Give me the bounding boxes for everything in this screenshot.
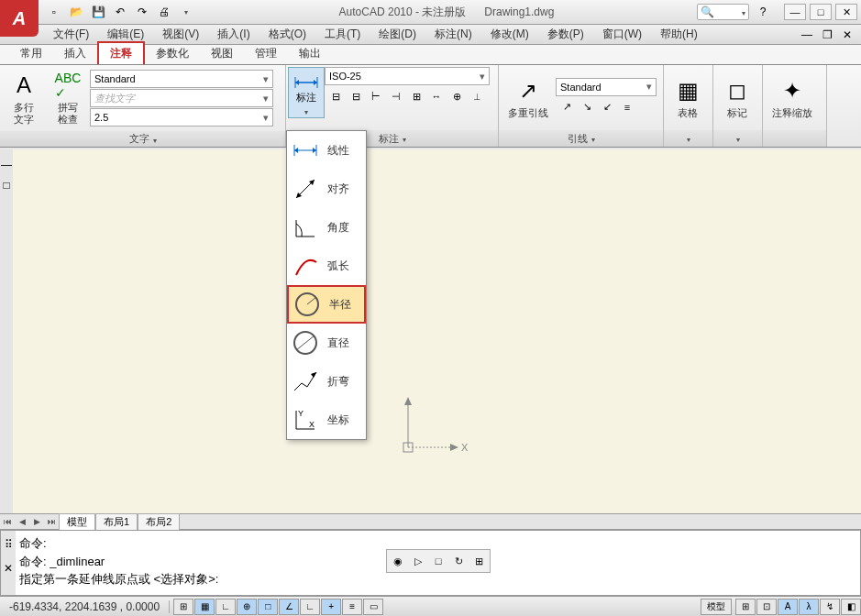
find-text-input[interactable]: 查找文字 — [90, 89, 273, 107]
open-icon[interactable]: 📂 — [66, 3, 86, 21]
tab-insert[interactable]: 插入 — [53, 43, 97, 64]
anno-scale-button[interactable]: ✦ 注释缩放 — [765, 72, 820, 123]
sb-btn-1[interactable]: ⊞ — [735, 599, 756, 615]
sb-btn-4[interactable]: λ — [799, 599, 819, 615]
dim-btn-8[interactable]: ⟂ — [468, 87, 486, 105]
nav-btn-5[interactable]: ⊞ — [469, 552, 488, 570]
sb-btn-3[interactable]: A — [778, 599, 798, 615]
ducs-button[interactable]: ∟ — [300, 599, 320, 615]
otrack-button[interactable]: ∠ — [279, 599, 299, 615]
help-icon[interactable]: ? — [753, 3, 773, 21]
nav-btn-3[interactable]: □ — [429, 552, 447, 570]
dd-arc[interactable]: 弧长 — [287, 247, 366, 285]
menu-window[interactable]: 窗口(W) — [593, 24, 651, 45]
tab-parametric[interactable]: 参数化 — [145, 43, 200, 64]
dim-btn-5[interactable]: ⊞ — [407, 87, 425, 105]
menu-view[interactable]: 视图(V) — [153, 24, 208, 45]
dd-angular[interactable]: 角度 — [287, 208, 366, 247]
leader-btn-1[interactable]: ↗ — [557, 98, 576, 116]
dim-style-combo[interactable]: ISO-25 — [325, 67, 490, 85]
dd-diameter[interactable]: 直径 — [287, 324, 366, 362]
search-dropdown[interactable] — [742, 6, 745, 18]
command-area[interactable]: ⠿ ✕ 命令: 命令: _dimlinear 指定第一条延伸线原点或 <选择对象… — [0, 530, 861, 596]
dd-linear[interactable]: 线性 — [287, 131, 366, 170]
mleader-button[interactable]: ↗ 多重引线 — [501, 72, 556, 123]
sb-btn-5[interactable]: ↯ — [820, 599, 840, 615]
nav-btn-1[interactable]: ◉ — [389, 552, 407, 570]
table-button[interactable]: ▦ 表格 — [666, 72, 710, 123]
tab-layout1[interactable]: 布局1 — [95, 513, 138, 531]
text-style-combo[interactable]: Standard — [90, 70, 273, 88]
qat-dropdown[interactable] — [176, 3, 196, 21]
menu-format[interactable]: 格式(O) — [259, 24, 315, 45]
lt-first[interactable]: ⏮ — [0, 514, 15, 529]
menu-tools[interactable]: 工具(T) — [315, 24, 370, 45]
minimize-button[interactable]: — — [784, 4, 806, 20]
leader-style-combo[interactable]: Standard — [556, 78, 657, 96]
menu-modify[interactable]: 修改(M) — [481, 24, 538, 45]
new-icon[interactable]: ▫ — [44, 3, 64, 21]
markup-button[interactable]: ◻ 标记 — [715, 72, 759, 123]
dim-btn-1[interactable]: ⊟ — [326, 87, 345, 105]
coordinates[interactable]: -619.4334, 2204.1639 , 0.0000 — [0, 600, 170, 613]
dyn-button[interactable]: + — [321, 599, 341, 615]
grid-button[interactable]: ▦ — [194, 599, 215, 615]
dim-dropdown-button[interactable]: 标注 — [288, 67, 325, 118]
dim-btn-7[interactable]: ⊕ — [447, 87, 466, 105]
tab-manage[interactable]: 管理 — [244, 43, 288, 64]
ortho-button[interactable]: ∟ — [215, 599, 236, 615]
tab-home[interactable]: 常用 — [9, 43, 53, 64]
lt-prev[interactable]: ◀ — [15, 514, 29, 529]
menu-dimension[interactable]: 标注(N) — [425, 24, 481, 45]
close-button[interactable]: ✕ — [835, 4, 857, 20]
search-group[interactable]: 🔍 — [697, 4, 749, 20]
dim-btn-6[interactable]: ↔ — [427, 87, 446, 105]
doc-minimize-button[interactable]: — — [797, 26, 817, 44]
panel-text-footer[interactable]: 文字 — [0, 131, 285, 147]
doc-restore-button[interactable]: ❐ — [817, 26, 837, 44]
sb-btn-2[interactable]: ⊡ — [756, 599, 777, 615]
menu-help[interactable]: 帮助(H) — [651, 24, 707, 45]
menu-parametric[interactable]: 参数(P) — [538, 24, 593, 45]
polar-button[interactable]: ⊕ — [237, 599, 257, 615]
dd-jogged[interactable]: 折弯 — [287, 362, 366, 401]
tab-annotate[interactable]: 注释 — [97, 41, 145, 64]
drawing-canvas[interactable]: — □ Y X — [0, 149, 861, 513]
dim-btn-4[interactable]: ⊣ — [387, 87, 405, 105]
doc-close-button[interactable]: ✕ — [837, 26, 857, 44]
leader-btn-2[interactable]: ↘ — [578, 98, 596, 116]
maximize-button[interactable]: □ — [810, 4, 832, 20]
tab-view[interactable]: 视图 — [200, 43, 244, 64]
qp-button[interactable]: ▭ — [363, 599, 383, 615]
lt-last[interactable]: ⏭ — [44, 514, 59, 529]
panel-table-footer[interactable] — [664, 130, 712, 147]
leader-btn-3[interactable]: ↙ — [598, 98, 616, 116]
save-icon[interactable]: 💾 — [88, 3, 108, 21]
cmd-handle-icon[interactable]: ⠿ — [5, 538, 13, 551]
redo-icon[interactable]: ↷ — [132, 3, 152, 21]
app-logo[interactable]: A — [0, 0, 39, 37]
tab-output[interactable]: 输出 — [288, 43, 332, 64]
snap-button[interactable]: ⊞ — [173, 599, 193, 615]
dd-aligned[interactable]: 对齐 — [287, 170, 366, 208]
print-icon[interactable]: 🖨 — [154, 3, 174, 21]
undo-icon[interactable]: ↶ — [110, 3, 130, 21]
panel-leader-footer[interactable]: 引线 — [499, 130, 663, 147]
lwt-button[interactable]: ≡ — [342, 599, 362, 615]
mtext-button[interactable]: A 多行 文字 — [2, 67, 46, 129]
leader-btn-4[interactable]: ≡ — [618, 98, 636, 116]
panel-markup-footer[interactable] — [713, 130, 762, 147]
canvas-tool-2[interactable]: □ — [3, 179, 9, 192]
cmd-close-icon[interactable]: ✕ — [4, 562, 13, 575]
menu-file[interactable]: 文件(F) — [44, 24, 98, 45]
dd-ordinate[interactable]: YX 坐标 — [287, 401, 366, 439]
lt-next[interactable]: ▶ — [29, 514, 44, 529]
spellcheck-button[interactable]: ABC✓ 拼写 检查 — [46, 67, 90, 129]
dd-radius[interactable]: 半径 — [287, 285, 366, 324]
canvas-tool-1[interactable]: — — [1, 159, 12, 171]
model-space-button[interactable]: 模型 — [701, 599, 732, 615]
tab-model[interactable]: 模型 — [59, 513, 95, 531]
dim-btn-3[interactable]: ⊢ — [367, 87, 385, 105]
dim-btn-2[interactable]: ⊟ — [347, 87, 365, 105]
nav-btn-4[interactable]: ↻ — [449, 552, 468, 570]
